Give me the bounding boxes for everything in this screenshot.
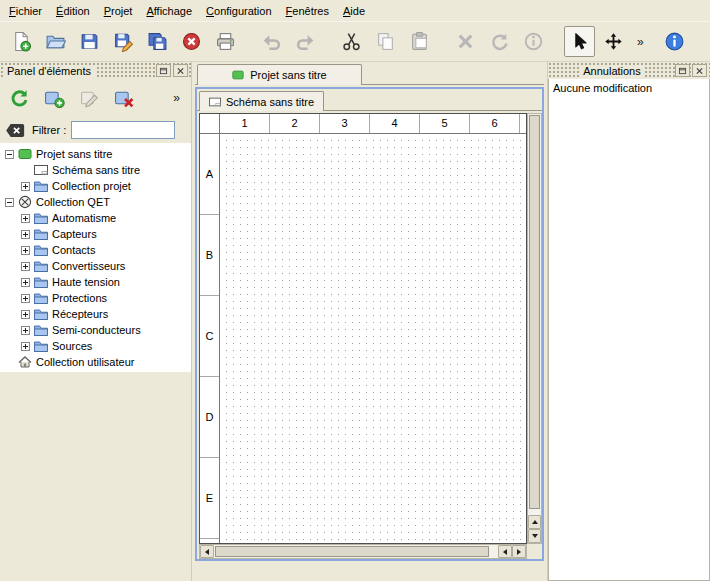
diagram-icon	[209, 96, 221, 108]
expand-expander-icon[interactable]	[21, 246, 30, 255]
close-dock-button[interactable]	[173, 64, 188, 77]
home-icon	[18, 355, 32, 369]
menu-configuration[interactable]: Configuration	[199, 2, 278, 20]
new-element-button[interactable]	[41, 85, 67, 111]
delete-icon	[455, 31, 476, 52]
expand-expander-icon[interactable]	[21, 262, 30, 271]
project-tab[interactable]: Projet sans titre	[197, 64, 362, 85]
main-toolbar: »	[0, 22, 710, 62]
horizontal-scrollbar-thumb[interactable]	[215, 546, 489, 557]
tree-item-protections[interactable]: Protections	[0, 290, 191, 306]
clear-filter-icon	[5, 123, 25, 138]
tree-item-sources[interactable]: Sources	[0, 338, 191, 354]
selection-mode-button[interactable]	[564, 26, 595, 57]
move-arrows-icon	[603, 31, 624, 52]
tree-item-collection-qet[interactable]: Collection QET	[0, 194, 191, 210]
cut-button[interactable]	[336, 26, 367, 57]
menu-projet[interactable]: Projet	[97, 2, 140, 20]
column-label: 6	[470, 114, 520, 133]
undo-list[interactable]: Aucune modification	[548, 79, 710, 581]
scroll-left-end-button[interactable]	[498, 545, 512, 558]
delete-selection-button[interactable]	[450, 26, 481, 57]
tree-item-recepteurs[interactable]: Récepteurs	[0, 306, 191, 322]
undo-empty-message: Aucune modification	[549, 79, 709, 97]
expand-expander-icon[interactable]	[21, 182, 30, 191]
menu-affichage[interactable]: Affichage	[139, 2, 199, 20]
scroll-down-button[interactable]	[528, 529, 541, 543]
tree-item-projet-sans-titre[interactable]: Projet sans titre	[0, 146, 191, 162]
folder-icon	[34, 307, 48, 321]
about-qet-button[interactable]	[659, 26, 690, 57]
collapse-expander-icon[interactable]	[5, 198, 14, 207]
scroll-right-button[interactable]	[512, 545, 526, 558]
diagram-icon	[34, 163, 48, 177]
horizontal-scrollbar[interactable]	[199, 544, 527, 559]
toolbar-overflow-button[interactable]: »	[632, 35, 649, 49]
float-dock-button[interactable]	[675, 64, 690, 77]
menu-edition[interactable]: Édition	[49, 2, 97, 20]
scroll-up-button[interactable]	[528, 515, 541, 529]
undo-dock-titlebar[interactable]: Annulations	[548, 62, 710, 79]
expand-expander-icon[interactable]	[21, 294, 30, 303]
float-dock-button[interactable]	[156, 64, 171, 77]
menu-aide[interactable]: Aide	[336, 2, 372, 20]
expand-expander-icon[interactable]	[21, 230, 30, 239]
expand-expander-icon[interactable]	[21, 342, 30, 351]
element-info-button[interactable]	[518, 26, 549, 57]
blue-info-icon	[664, 31, 685, 52]
open-project-button[interactable]	[40, 26, 71, 57]
expand-expander-icon[interactable]	[21, 310, 30, 319]
close-file-button[interactable]	[176, 26, 207, 57]
vertical-scrollbar-thumb[interactable]	[529, 115, 540, 509]
pan-mode-button[interactable]	[598, 26, 629, 57]
elements-panel-titlebar[interactable]: Panel d'éléments	[0, 62, 191, 79]
paste-icon	[409, 31, 430, 52]
tree-item-automatisme[interactable]: Automatisme	[0, 210, 191, 226]
edit-element-button[interactable]	[76, 85, 102, 111]
diagram-tab[interactable]: Schéma sans titre	[199, 91, 324, 111]
paste-button[interactable]	[404, 26, 435, 57]
delete-element-button[interactable]	[111, 85, 137, 111]
expand-expander-icon[interactable]	[21, 214, 30, 223]
tree-item-contacts[interactable]: Contacts	[0, 242, 191, 258]
expand-expander-icon[interactable]	[21, 278, 30, 287]
new-document-button[interactable]	[6, 26, 37, 57]
collapse-expander-icon[interactable]	[5, 150, 14, 159]
menu-fenetres[interactable]: Fenêtres	[279, 2, 336, 20]
tree-item-haute-tension[interactable]: Haute tension	[0, 274, 191, 290]
rotate-button[interactable]	[484, 26, 515, 57]
reload-collections-button[interactable]	[6, 85, 32, 111]
folder-icon	[34, 259, 48, 273]
tree-item-convertisseurs[interactable]: Convertisseurs	[0, 258, 191, 274]
scroll-left-button[interactable]	[200, 545, 214, 558]
save-as-button[interactable]	[108, 26, 139, 57]
horizontal-scrollbar-track[interactable]	[490, 545, 498, 558]
dock-toolbar-overflow-button[interactable]: »	[168, 91, 185, 105]
expand-expander-icon[interactable]	[21, 326, 30, 335]
left-arrow-icon	[205, 549, 209, 555]
save-button[interactable]	[74, 26, 105, 57]
elements-panel-toolbar: »	[0, 79, 191, 117]
column-header: 1 2 3 4 5 6	[200, 114, 526, 134]
redo-button[interactable]	[290, 26, 321, 57]
save-all-button[interactable]	[142, 26, 173, 57]
diagram-view[interactable]: 1 2 3 4 5 6 A B C D E	[199, 113, 527, 544]
tree-item-collection-utilisateur[interactable]: Collection utilisateur	[0, 354, 191, 370]
folder-icon	[34, 323, 48, 337]
close-dock-button[interactable]	[692, 64, 707, 77]
clear-filter-button[interactable]	[5, 122, 27, 138]
tree-item-label: Capteurs	[52, 228, 97, 240]
tree-item-capteurs[interactable]: Capteurs	[0, 226, 191, 242]
tree-item-collection-projet[interactable]: Collection projet	[0, 178, 191, 194]
vertical-scrollbar[interactable]	[527, 113, 542, 544]
diagram-grid[interactable]	[220, 134, 526, 543]
filter-input[interactable]	[71, 121, 175, 139]
undo-button[interactable]	[256, 26, 287, 57]
save-icon	[79, 31, 100, 52]
up-arrow-icon	[532, 520, 538, 524]
tree-item-semi-conducteurs[interactable]: Semi-conducteurs	[0, 322, 191, 338]
copy-button[interactable]	[370, 26, 401, 57]
print-button[interactable]	[210, 26, 241, 57]
menu-fichier[interactable]: Fichier	[2, 2, 49, 20]
tree-item-schema-sans-titre[interactable]: Schéma sans titre	[0, 162, 191, 178]
